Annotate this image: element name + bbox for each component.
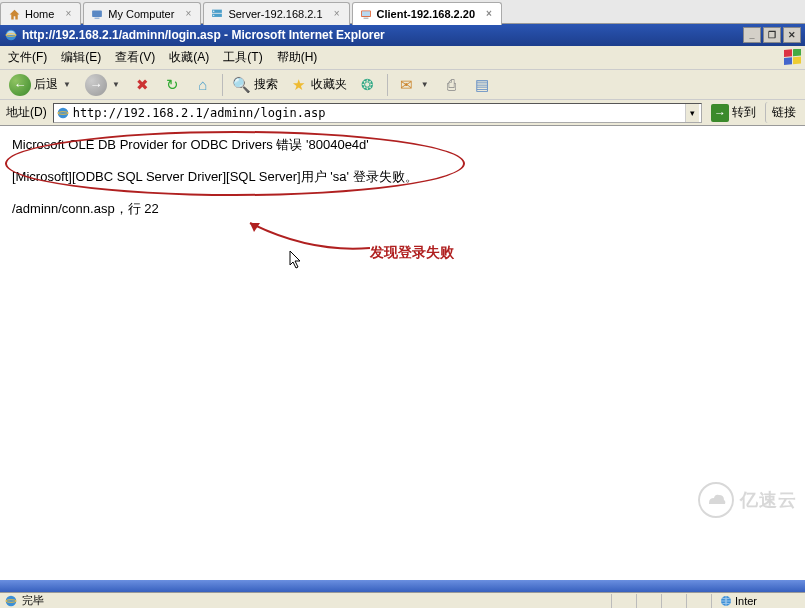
menu-help[interactable]: 帮助(H) [271, 47, 324, 68]
menu-file[interactable]: 文件(F) [2, 47, 53, 68]
links-label: 链接 [772, 104, 796, 121]
print-button[interactable]: ⎙ [438, 74, 466, 96]
svg-rect-8 [363, 17, 368, 18]
annotation-label: 发现登录失败 [370, 244, 454, 262]
vm-tab-client[interactable]: Client-192.168.2.20 × [352, 2, 502, 25]
computer-icon [90, 7, 104, 21]
error-line-1: Microsoft OLE DB Provider for ODBC Drive… [12, 136, 793, 154]
taskbar-strip [0, 580, 805, 592]
ie-icon [4, 28, 18, 42]
page-content: Microsoft OLE DB Provider for ODBC Drive… [0, 126, 805, 580]
search-icon: 🔍 [233, 76, 251, 94]
server-icon [210, 7, 224, 21]
svg-rect-0 [92, 10, 102, 17]
refresh-icon: ↻ [164, 76, 182, 94]
close-icon[interactable]: × [62, 8, 74, 20]
vm-tab-home[interactable]: Home × [0, 2, 81, 25]
watermark: 亿速云 [698, 482, 797, 518]
svg-point-15 [57, 107, 68, 118]
statusbar: 完毕 Inter [0, 592, 805, 608]
edit-icon: ▤ [473, 76, 491, 94]
search-button[interactable]: 🔍 搜索 [228, 74, 283, 96]
refresh-button[interactable]: ↻ [159, 74, 187, 96]
address-input[interactable] [73, 106, 682, 120]
status-cell [636, 594, 660, 608]
go-button[interactable]: → 转到 [706, 102, 761, 124]
restore-button[interactable]: ❐ [763, 27, 781, 43]
go-label: 转到 [732, 104, 756, 121]
ie-icon [4, 594, 18, 608]
menu-favorites[interactable]: 收藏(A) [163, 47, 215, 68]
tab-label: Server-192.168.2.1 [228, 8, 322, 20]
menu-edit[interactable]: 编辑(E) [55, 47, 107, 68]
stop-icon: ✖ [134, 76, 152, 94]
svg-point-4 [213, 10, 214, 11]
titlebar: http://192.168.2.1/adminn/login.asp - Mi… [0, 24, 805, 46]
history-icon: ❂ [359, 76, 377, 94]
separator [222, 74, 223, 96]
tab-label: My Computer [108, 8, 174, 20]
svg-rect-11 [784, 49, 792, 57]
address-input-wrap: ▾ [53, 103, 702, 123]
svg-point-17 [6, 595, 17, 606]
links-button[interactable]: 链接 [765, 102, 801, 123]
vm-tab-server[interactable]: Server-192.168.2.1 × [203, 2, 349, 25]
edit-button[interactable]: ▤ [468, 74, 496, 96]
client-icon [359, 7, 373, 21]
window-buttons: _ ❐ ✕ [743, 27, 801, 43]
menubar: 文件(F) 编辑(E) 查看(V) 收藏(A) 工具(T) 帮助(H) [0, 46, 805, 70]
menu-view[interactable]: 查看(V) [109, 47, 161, 68]
status-cell [611, 594, 635, 608]
favorites-button[interactable]: ★ 收藏夹 [285, 74, 352, 96]
svg-rect-12 [793, 49, 801, 56]
back-label: 后退 [34, 76, 58, 93]
svg-point-5 [213, 14, 214, 15]
status-cell [661, 594, 685, 608]
address-label: 地址(D) [4, 104, 49, 121]
svg-rect-7 [361, 11, 369, 16]
toolbar: ← 后退 ▼ → ▼ ✖ ↻ ⌂ 🔍 搜索 ★ 收藏夹 ❂ ✉▼ ⎙ ▤ [0, 70, 805, 100]
vm-tab-my-computer[interactable]: My Computer × [83, 2, 201, 25]
error-line-2: [Microsoft][ODBC SQL Server Driver][SQL … [12, 168, 793, 186]
tab-label: Home [25, 8, 54, 20]
star-icon: ★ [290, 76, 308, 94]
mail-button[interactable]: ✉▼ [393, 74, 436, 96]
home-icon [7, 7, 21, 21]
status-cell [686, 594, 710, 608]
status-text: 完毕 [22, 593, 44, 608]
close-icon[interactable]: × [182, 8, 194, 20]
stop-button[interactable]: ✖ [129, 74, 157, 96]
history-button[interactable]: ❂ [354, 74, 382, 96]
forward-button[interactable]: → ▼ [80, 72, 127, 98]
minimize-button[interactable]: _ [743, 27, 761, 43]
home-button[interactable]: ⌂ [189, 74, 217, 96]
svg-rect-1 [95, 17, 100, 18]
home-icon: ⌂ [194, 76, 212, 94]
addressbar: 地址(D) ▾ → 转到 链接 [0, 100, 805, 126]
menu-tools[interactable]: 工具(T) [217, 47, 268, 68]
back-button[interactable]: ← 后退 ▼ [4, 72, 78, 98]
separator [387, 74, 388, 96]
zone-text: Inter [735, 595, 757, 607]
watermark-text: 亿速云 [740, 488, 797, 512]
address-dropdown[interactable]: ▾ [685, 104, 699, 122]
globe-icon [720, 595, 732, 607]
print-icon: ⎙ [443, 76, 461, 94]
close-icon[interactable]: × [331, 8, 343, 20]
back-icon: ← [9, 74, 31, 96]
go-icon: → [711, 104, 729, 122]
dropdown-icon: ▼ [61, 80, 73, 89]
windows-logo-icon [783, 49, 803, 67]
tab-label: Client-192.168.2.20 [377, 8, 475, 20]
vm-tabs: Home × My Computer × Server-192.168.2.1 … [0, 0, 805, 24]
forward-icon: → [85, 74, 107, 96]
ie-icon [56, 106, 70, 120]
close-button[interactable]: ✕ [783, 27, 801, 43]
dropdown-icon: ▼ [110, 80, 122, 89]
svg-rect-13 [784, 57, 792, 65]
cursor-icon [289, 250, 303, 270]
svg-rect-14 [793, 56, 801, 64]
favorites-label: 收藏夹 [311, 76, 347, 93]
dropdown-icon: ▼ [419, 80, 431, 89]
close-icon[interactable]: × [483, 8, 495, 20]
